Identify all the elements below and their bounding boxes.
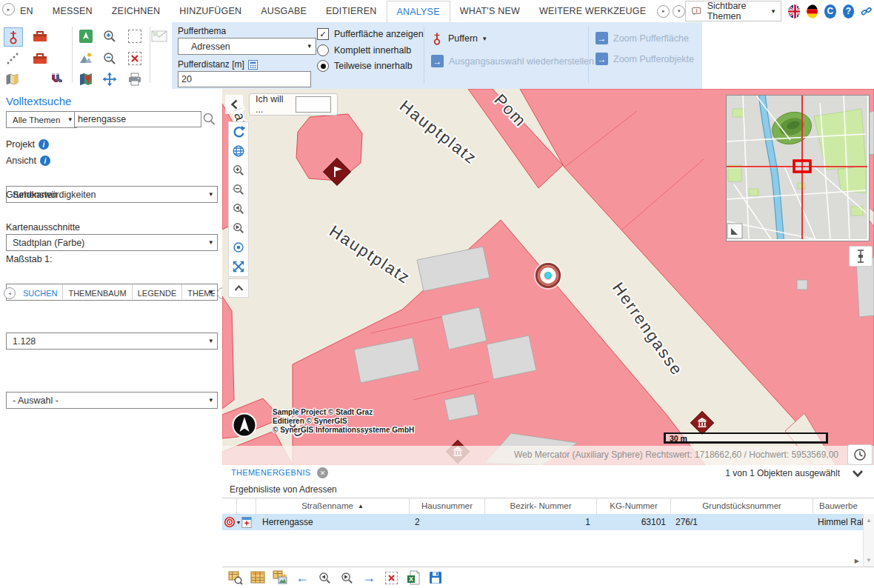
copyright-badge-icon[interactable]: C (824, 4, 835, 19)
previous-record-button[interactable]: ← (293, 569, 311, 587)
collapse-sidebar-button[interactable] (225, 95, 243, 114)
search-theme-select[interactable]: Alle Themen ▾ (6, 111, 77, 128)
globe-overview-button[interactable] (229, 141, 248, 161)
previous-extent-button[interactable] (229, 199, 248, 218)
map-sheet-button[interactable] (4, 70, 21, 88)
save-results-button[interactable] (427, 569, 444, 587)
clear-result-selection-button[interactable] (382, 569, 400, 587)
clear-selection-button[interactable] (126, 50, 144, 67)
column-kg-nummer[interactable]: KG-Nummer (597, 498, 671, 514)
close-results-icon[interactable]: ✕ (317, 467, 328, 478)
scale-select[interactable]: 1.128 ▾ (6, 333, 218, 350)
scroll-right-icon[interactable]: ▶ (855, 558, 859, 564)
landscape-view-button[interactable] (77, 50, 95, 67)
refresh-map-button[interactable] (229, 122, 248, 141)
menu-expand-icon[interactable]: ▾ (673, 5, 685, 18)
scroll-down-icon[interactable]: ▼ (866, 557, 872, 564)
walking-boots-button[interactable] (47, 70, 65, 88)
help-icon[interactable]: ? (843, 4, 854, 19)
flag-de-icon[interactable] (807, 4, 818, 19)
bullseye-icon[interactable] (224, 516, 236, 528)
zoom-buffer-area-button[interactable]: → Zoom Pufferfläche (596, 32, 689, 44)
flag-en-icon[interactable] (788, 4, 799, 19)
measure-line-button[interactable] (4, 50, 21, 67)
tab-suchen[interactable]: SUCHEN (18, 284, 63, 301)
menu-item-editieren[interactable]: EDITIEREN (316, 1, 386, 21)
menu-scroll-right-icon[interactable]: ▸ (657, 5, 670, 18)
buffer-tool-button[interactable] (4, 27, 23, 47)
print-button[interactable] (126, 70, 144, 88)
select-rectangle-button[interactable] (126, 27, 144, 45)
table-view-button[interactable] (249, 569, 267, 587)
app-nav-icon[interactable]: ▸ (2, 3, 15, 16)
selected-address-marker[interactable] (534, 261, 562, 290)
full-extent-button[interactable] (229, 257, 248, 276)
send-map-button[interactable] (150, 27, 168, 45)
tab-themenergebnis[interactable]: THEMENERGEBNIS (231, 468, 311, 477)
ich-will-input[interactable] (296, 96, 331, 113)
buffer-distance-input[interactable]: 20 (178, 71, 311, 87)
zoom-next-result-button[interactable] (338, 569, 356, 587)
toolbox-2-button[interactable] (31, 50, 49, 67)
search-input[interactable]: herengasse (74, 111, 201, 127)
column-bauwerber[interactable]: Bauwerbe (813, 498, 864, 514)
row-actions-cell[interactable]: ▾ (237, 514, 256, 530)
tab-legende[interactable]: LEGENDE (133, 284, 183, 301)
tab-themen[interactable]: THEMEN (182, 284, 215, 301)
swipe-tool-button[interactable] (849, 246, 873, 267)
time-slider-button[interactable] (847, 444, 873, 465)
tab-themenbaum[interactable]: THEMENBAUM (63, 284, 132, 301)
info-icon[interactable]: i (40, 156, 50, 166)
pan-button[interactable] (101, 70, 119, 88)
column-strassenname[interactable]: Straßenname ▲ (256, 498, 410, 514)
menu-item-hinzufuegen[interactable]: HINZUFÜGEN (170, 1, 251, 21)
zoom-previous-result-button[interactable] (316, 569, 333, 587)
export-excel-button[interactable]: X (404, 569, 422, 587)
restore-selection-button[interactable]: → Ausgangsauswahl wiederherstellen (431, 55, 594, 67)
menu-item-analyse[interactable]: ANALYSE (387, 1, 450, 22)
form-view-button[interactable] (271, 569, 289, 587)
menu-item-en[interactable]: EN (10, 1, 43, 21)
zoom-in-button[interactable] (101, 27, 119, 45)
visible-themes-dropdown[interactable]: i Sichtbare Themen ▾ (685, 1, 781, 21)
overview-collapse-icon[interactable] (727, 224, 742, 238)
show-buffer-area-checkbox[interactable]: ✓ Pufferfläche anzeigen (317, 28, 424, 40)
scroll-up-icon[interactable]: ▲ (866, 517, 872, 524)
results-vertical-scrollbar[interactable]: ▲ ▼ (863, 514, 874, 567)
locate-position-button[interactable] (229, 238, 248, 257)
column-bezirk-nummer[interactable]: Bezirk- Nummer (485, 498, 597, 514)
partial-within-radio[interactable]: Teilweise innerhalb (317, 60, 413, 72)
row-menu-caret-icon[interactable]: ▾ (237, 519, 240, 526)
search-in-table-button[interactable] (227, 569, 244, 587)
basemap-select[interactable]: Stadtplan (Farbe) ▾ (6, 234, 218, 251)
zoom-out-button[interactable] (101, 50, 119, 67)
result-row[interactable]: ▾ Herrengasse 2 1 63101 276/1 Himmel Ral… (222, 514, 864, 530)
menu-item-zeichnen[interactable]: ZEICHNEN (102, 1, 170, 21)
complete-within-radio[interactable]: Komplett innerhalb (317, 44, 411, 56)
zoom-buffer-objects-button[interactable]: → Zoom Pufferobjekte (596, 53, 694, 65)
north-compass-icon[interactable] (233, 414, 256, 437)
column-grundstuecksnummer[interactable]: Grundstücksnummer (671, 498, 813, 514)
link-icon[interactable] (861, 4, 872, 19)
menu-item-messen[interactable]: MESSEN (43, 1, 102, 21)
search-selection-select[interactable]: - Auswahl - ▾ (6, 392, 218, 409)
menu-item-ausgabe[interactable]: AUSGABE (251, 1, 316, 21)
overview-map[interactable] (726, 95, 870, 241)
tabs-scroll-left-icon[interactable]: ◂ (1, 284, 18, 301)
info-icon[interactable]: i (39, 139, 49, 150)
zoom-in-map-button[interactable] (229, 161, 248, 180)
map-pin-button[interactable] (77, 70, 95, 88)
collapse-panel-icon[interactable] (852, 470, 864, 478)
ich-will-widget[interactable]: Ich will ... (249, 93, 338, 116)
search-icon[interactable] (201, 112, 216, 127)
menu-item-weitere-werkzeuge[interactable]: WEITERE WERKZEUGE (530, 1, 656, 21)
results-horizontal-scrollbar[interactable]: ▶ (222, 555, 864, 567)
column-hausnummer[interactable]: Hausnummer (410, 498, 485, 514)
zoom-out-map-button[interactable] (229, 180, 248, 199)
toolbox-button[interactable] (31, 27, 49, 45)
map-viewport[interactable]: Hauptplatz Pom Hauptplatz Herrengasse So… (222, 89, 874, 465)
row-target-cell[interactable] (222, 514, 237, 530)
zoom-to-object-icon[interactable] (241, 516, 252, 529)
collapse-map-toolbar-button[interactable] (228, 278, 249, 298)
buffer-theme-select[interactable]: Adressen ▾ (178, 38, 316, 55)
